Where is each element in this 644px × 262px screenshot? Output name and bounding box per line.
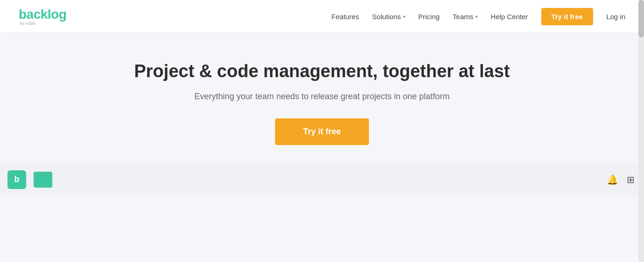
preview-active-item (34, 172, 52, 188)
hero-subtitle: Everything your team needs to release gr… (194, 92, 449, 102)
scrollbar[interactable] (638, 0, 644, 262)
nav-features[interactable]: Features (332, 13, 359, 21)
logo-subtext: by nulab (20, 21, 66, 26)
app-preview-bar: b 🔔 ⊞ (0, 164, 644, 196)
hero-title: Project & code management, together at l… (134, 61, 510, 82)
grid-icon[interactable]: ⊞ (627, 174, 635, 185)
nav-teams[interactable]: Teams ▾ (453, 13, 477, 21)
chevron-down-icon: ▾ (403, 14, 405, 19)
preview-right-icons: 🔔 ⊞ (607, 174, 635, 185)
chevron-down-icon: ▾ (475, 14, 478, 19)
hero-cta-button[interactable]: Try it free (275, 118, 369, 145)
nav-login-link[interactable]: Log in (606, 13, 625, 21)
navbar: backlog by nulab Features Solutions ▾ Pr… (0, 0, 644, 33)
nav-try-free-button[interactable]: Try it free (541, 8, 594, 25)
logo-text: backlog (19, 7, 66, 22)
nav-solutions[interactable]: Solutions ▾ (372, 13, 405, 21)
nav-pricing[interactable]: Pricing (418, 13, 440, 21)
logo[interactable]: backlog by nulab (19, 7, 66, 26)
bell-icon[interactable]: 🔔 (607, 174, 618, 185)
preview-sidebar-logo: b (7, 170, 26, 189)
nav-help-center[interactable]: Help Center (491, 13, 528, 21)
nav-links: Features Solutions ▾ Pricing Teams ▾ Hel… (332, 8, 625, 25)
hero-section: Project & code management, together at l… (0, 33, 644, 159)
scrollbar-thumb[interactable] (638, 0, 644, 37)
